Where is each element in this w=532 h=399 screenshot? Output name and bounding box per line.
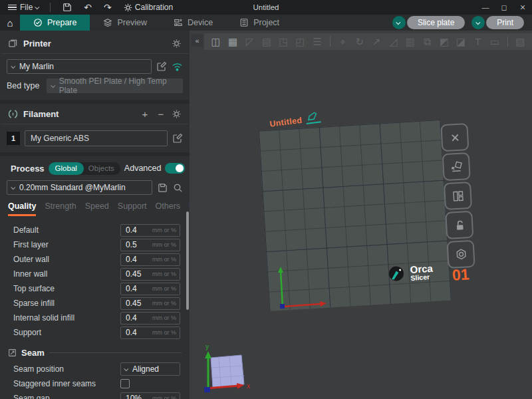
calibration-label: Calibration	[135, 3, 173, 12]
home-button[interactable]: ⌂	[0, 15, 20, 31]
printer-section-header: Printer	[0, 33, 190, 53]
split-to-parts-icon[interactable]: ◩	[436, 36, 452, 48]
save-preset-icon[interactable]	[158, 183, 168, 193]
auto-orient-plate-icon[interactable]	[442, 152, 471, 181]
maximize-button[interactable]: ◻	[495, 0, 513, 15]
tab-preview[interactable]: Preview	[90, 15, 160, 31]
process-preset-select[interactable]: 0.20mm Standard @MyMarlin	[7, 180, 152, 195]
printer-settings-gear-icon[interactable]	[172, 39, 182, 49]
arrange-icon[interactable]: ▤	[259, 36, 274, 48]
chevron-down-icon	[475, 20, 480, 25]
bed-type-value: Smooth PEI Plate / High Temp Plate	[59, 76, 178, 95]
split-to-objects-icon[interactable]: ▥	[402, 36, 418, 48]
toolbar-divider	[330, 37, 331, 47]
plate-name-label[interactable]: Untitled	[269, 111, 321, 128]
delete-plate-icon[interactable]	[440, 123, 469, 152]
auto-orient-icon[interactable]: ◸	[242, 36, 257, 48]
seam-params: Seam position Aligned Staggered inner se…	[0, 359, 190, 399]
arrange-plate-icon[interactable]	[444, 182, 472, 210]
line-width-params: Default 0.4mm or % First layer 0.5mm or …	[0, 216, 190, 342]
orca-slicer-logo: Orca Slicer	[386, 262, 434, 285]
param-input[interactable]: 0.45mm or %	[120, 297, 180, 310]
add-plate-icon[interactable]: ▦	[225, 36, 240, 48]
edit-filament-icon[interactable]	[172, 133, 183, 144]
tab-support[interactable]: Support	[118, 201, 147, 216]
printer-icon	[8, 39, 18, 49]
param-row: Sparse infill 0.45mm or %	[13, 296, 180, 311]
param-input[interactable]: 0.5mm or %	[120, 239, 180, 251]
rename-plate-pencil-icon[interactable]	[307, 112, 320, 122]
param-row: Outer wall 0.4mm or %	[13, 252, 180, 267]
sidebar-scrollbar[interactable]	[186, 211, 189, 310]
tab-quality[interactable]: Quality	[8, 201, 36, 216]
file-menu-label: File	[20, 3, 33, 12]
measure-icon[interactable]: ▭	[487, 36, 502, 48]
mesh-boolean-icon[interactable]: ◪	[453, 36, 468, 48]
process-scope-toggle[interactable]: Global Objects	[49, 162, 120, 175]
remove-filament-button[interactable]: −	[156, 108, 166, 120]
file-menu[interactable]: File	[5, 1, 42, 13]
scope-objects-option[interactable]: Objects	[84, 164, 114, 172]
tab-project[interactable]: Project	[226, 15, 293, 31]
plate-thumbnail[interactable]: y x	[195, 331, 268, 398]
move-icon[interactable]: ⌖	[335, 36, 350, 48]
param-input[interactable]: 0.4mm or %	[120, 253, 180, 266]
save-button[interactable]	[59, 2, 76, 13]
tab-prepare[interactable]: Prepare	[20, 15, 90, 31]
redo-button[interactable]: ↷	[100, 1, 116, 13]
minimize-button[interactable]: —	[476, 0, 495, 15]
clone-icon[interactable]: ⧉	[420, 36, 435, 48]
assembly-view-icon[interactable]: ▧	[513, 36, 528, 48]
print-button[interactable]: Print	[486, 16, 524, 29]
thumb-axis-x-label: x	[247, 382, 250, 390]
undo-button[interactable]: ↶	[80, 1, 96, 13]
edit-printer-icon[interactable]	[156, 61, 167, 72]
lay-flat-icon[interactable]: ◿	[386, 36, 401, 48]
print-options-button[interactable]	[471, 16, 485, 29]
tab-device[interactable]: Device	[160, 15, 226, 31]
titlebar: File ↶ ↷ Calibration Untitled — ◻ ×	[0, 0, 532, 15]
advanced-toggle[interactable]	[165, 163, 185, 174]
seam-position-select[interactable]: Aligned	[120, 362, 180, 376]
add-object-icon[interactable]: ◫	[208, 36, 223, 48]
bed-type-select[interactable]: Smooth PEI Plate / High Temp Plate	[47, 78, 183, 93]
tab-preview-label: Preview	[117, 18, 146, 27]
lock-plate-icon[interactable]	[445, 211, 473, 239]
paste-icon[interactable]: ◰	[293, 36, 308, 48]
filament-settings-gear-icon[interactable]	[172, 109, 182, 119]
rotate-icon[interactable]: ↻	[352, 36, 367, 48]
scope-global-option[interactable]: Global	[49, 162, 84, 175]
param-input[interactable]: 0.4mm or %	[120, 224, 180, 237]
copy-icon[interactable]: ◳	[276, 36, 291, 48]
slice-plate-button[interactable]: Slice plate	[407, 16, 465, 29]
layers-icon[interactable]: ☰	[309, 36, 325, 48]
tab-others[interactable]: Others	[156, 201, 181, 216]
calibration-button[interactable]: Calibration	[120, 2, 177, 13]
param-input[interactable]: 0.4mm or %	[120, 283, 180, 295]
plate-settings-icon[interactable]	[447, 240, 475, 269]
printer-connection-wifi-icon[interactable]	[172, 62, 183, 72]
chevron-down-icon[interactable]	[35, 5, 40, 9]
staggered-inner-seams-checkbox[interactable]	[120, 379, 130, 388]
close-icon: ×	[520, 2, 525, 13]
chevron-down-icon	[396, 20, 401, 25]
collapse-sidebar-button[interactable]: «	[192, 34, 203, 47]
param-input[interactable]: 0.4mm or %	[120, 312, 180, 325]
add-filament-button[interactable]: +	[140, 108, 150, 120]
search-preset-icon[interactable]	[173, 183, 183, 193]
filament-preset-select[interactable]: My Generic ABS	[25, 130, 168, 146]
param-input[interactable]: 0.45mm or %	[120, 268, 180, 281]
redo-icon: ↷	[104, 2, 112, 13]
tab-strength[interactable]: Strength	[45, 201, 76, 216]
slice-options-button[interactable]	[392, 16, 406, 29]
build-plate[interactable]	[259, 120, 452, 311]
tab-speed[interactable]: Speed	[85, 201, 109, 216]
seam-gap-input[interactable]: 10%mm or %	[120, 392, 180, 399]
text-tool-icon[interactable]: T	[470, 36, 485, 47]
viewport-3d[interactable]: « ◫ ▦ ◸ ▤ ◳ ◰ ☰ ⌖ ↻ ↗ ◿ ▥ ⧉ ◩ ◪ T ▭	[190, 31, 532, 399]
scale-icon[interactable]: ↗	[368, 36, 384, 48]
filament-icon	[8, 109, 18, 119]
close-button[interactable]: ×	[513, 0, 532, 15]
printer-preset-select[interactable]: My Marlin	[7, 59, 152, 74]
param-input[interactable]: 0.4mm or %	[120, 327, 180, 339]
